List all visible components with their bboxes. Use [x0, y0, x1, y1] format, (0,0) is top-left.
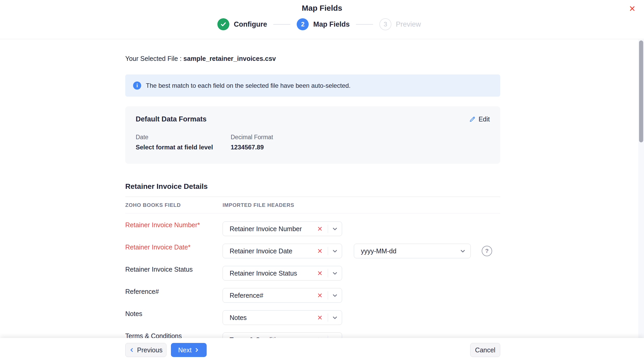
edit-formats-button[interactable]: Edit: [469, 115, 490, 123]
step-configure[interactable]: Configure: [217, 18, 267, 30]
selected-header: Retainer Invoice Number: [230, 225, 315, 233]
selected-header: Retainer Invoice Date: [230, 247, 315, 255]
selected-file-label: Your Selected File :: [125, 55, 182, 62]
step-connector: [356, 24, 373, 25]
mapping-rows: Retainer Invoice Number* Retainer Invoic…: [125, 213, 500, 347]
step-number-circle: 2: [297, 18, 309, 30]
column-header-zoho-field: ZOHO BOOKS FIELD: [125, 202, 223, 208]
info-banner-text: The best match to each field on the sele…: [146, 82, 351, 89]
selected-file-name: sample_retainer_invoices.csv: [183, 55, 276, 62]
chevron-down-icon[interactable]: [328, 226, 342, 232]
close-icon[interactable]: ✕: [629, 5, 636, 13]
chevron-down-icon: [456, 248, 470, 254]
next-label: Next: [178, 346, 192, 354]
chevron-down-icon[interactable]: [328, 293, 342, 299]
format-label: Date: [136, 134, 231, 141]
step-number-circle: 3: [379, 18, 391, 30]
mapping-row: Notes Notes ✕: [125, 310, 500, 325]
dialog-title: Map Fields: [0, 0, 644, 13]
step-label: Map Fields: [313, 20, 350, 28]
mapping-row: Retainer Invoice Number* Retainer Invoic…: [125, 221, 500, 236]
previous-label: Previous: [137, 346, 162, 354]
field-label: Reference#: [125, 288, 223, 295]
step-check-circle: [217, 18, 229, 30]
selected-header: Reference#: [230, 292, 315, 299]
step-label: Preview: [396, 20, 421, 28]
chevron-left-icon: [129, 347, 134, 353]
step-label: Configure: [234, 20, 267, 28]
selected-header: Notes: [230, 314, 315, 322]
step-connector: [273, 24, 290, 25]
info-banner: i The best match to each field on the se…: [125, 74, 500, 97]
chevron-down-icon[interactable]: [328, 315, 342, 321]
clear-selection-icon[interactable]: ✕: [315, 248, 328, 254]
field-label: Retainer Invoice Number*: [125, 221, 223, 229]
selected-date-format: yyyy-MM-dd: [361, 247, 456, 255]
scrollbar-track[interactable]: [638, 39, 644, 338]
format-value: 1234567.89: [231, 144, 326, 151]
mapping-row: Reference# Reference# ✕: [125, 288, 500, 303]
clear-selection-icon[interactable]: ✕: [315, 314, 328, 321]
format-item-decimal: Decimal Format 1234567.89: [231, 134, 326, 151]
format-label: Decimal Format: [231, 134, 326, 141]
scrollbar-thumb[interactable]: [639, 40, 643, 142]
pencil-icon: [469, 116, 476, 123]
dialog-body: Your Selected File : sample_retainer_inv…: [125, 39, 500, 355]
mapping-table-header: ZOHO BOOKS FIELD IMPORTED FILE HEADERS: [125, 197, 500, 213]
imported-header-select[interactable]: Retainer Invoice Number ✕: [223, 221, 342, 236]
step-preview: 3 Preview: [379, 18, 421, 30]
default-data-formats-panel: Default Data Formats Edit Date Select fo…: [125, 106, 500, 164]
chevron-down-icon[interactable]: [328, 270, 342, 276]
chevron-right-icon: [194, 347, 199, 353]
format-item-date: Date Select format at field level: [136, 134, 231, 151]
dialog-header: Map Fields ✕ Configure 2 Map Fields 3 Pr…: [0, 0, 644, 39]
selected-header: Retainer Invoice Status: [230, 270, 315, 277]
mapping-row: Retainer Invoice Status Retainer Invoice…: [125, 266, 500, 281]
section-title: Retainer Invoice Details: [125, 182, 500, 191]
field-label: Notes: [125, 310, 223, 318]
cancel-label: Cancel: [475, 346, 496, 354]
imported-header-select[interactable]: Notes ✕: [223, 310, 342, 325]
format-value: Select format at field level: [136, 144, 231, 151]
mapping-row: Retainer Invoice Date* Retainer Invoice …: [125, 244, 500, 258]
selected-file-line: Your Selected File : sample_retainer_inv…: [125, 55, 500, 62]
column-header-imported-headers: IMPORTED FILE HEADERS: [223, 202, 500, 208]
info-icon: i: [133, 81, 141, 90]
chevron-down-icon[interactable]: [328, 248, 342, 254]
clear-selection-icon[interactable]: ✕: [315, 270, 328, 277]
imported-header-select[interactable]: Retainer Invoice Status ✕: [223, 266, 342, 281]
clear-selection-icon[interactable]: ✕: [315, 292, 328, 299]
stepper: Configure 2 Map Fields 3 Preview: [0, 18, 638, 30]
edit-label: Edit: [479, 115, 490, 123]
cancel-button[interactable]: Cancel: [470, 343, 500, 357]
next-button[interactable]: Next: [171, 343, 207, 357]
previous-button[interactable]: Previous: [125, 343, 166, 357]
imported-header-select[interactable]: Retainer Invoice Date ✕: [223, 244, 342, 258]
panel-title: Default Data Formats: [136, 115, 207, 123]
step-map-fields[interactable]: 2 Map Fields: [297, 18, 350, 30]
field-label: Retainer Invoice Status: [125, 266, 223, 273]
field-label: Retainer Invoice Date*: [125, 243, 223, 251]
dialog-footer: Previous Next Cancel: [0, 338, 644, 362]
imported-header-select[interactable]: Reference# ✕: [223, 288, 342, 303]
date-format-select[interactable]: yyyy-MM-dd: [354, 244, 471, 258]
clear-selection-icon[interactable]: ✕: [315, 226, 328, 232]
help-icon[interactable]: ?: [482, 246, 492, 256]
check-icon: [220, 21, 226, 27]
